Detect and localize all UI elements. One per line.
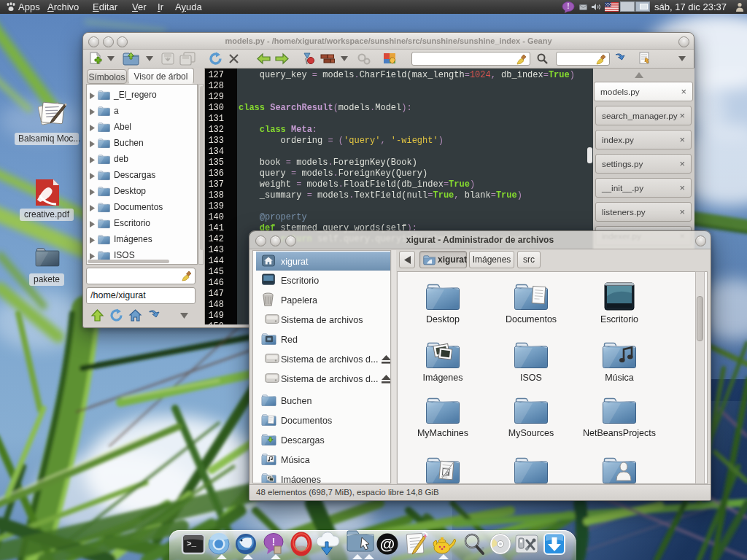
- svg-text:!: !: [272, 535, 276, 548]
- svg-text:!: !: [567, 2, 569, 10]
- svg-text:>_: >_: [187, 540, 197, 548]
- svg-text:@: @: [380, 535, 395, 552]
